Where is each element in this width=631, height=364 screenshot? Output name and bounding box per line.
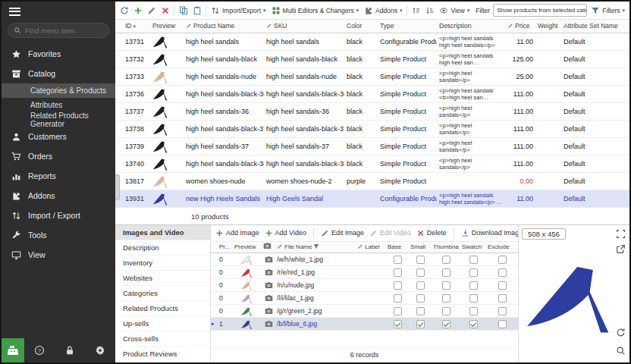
tab-related-products[interactable]: Related Products (115, 301, 210, 316)
settings-gear-icon[interactable] (85, 345, 115, 356)
copy-button[interactable] (177, 4, 190, 17)
base-checkbox[interactable] (394, 256, 402, 264)
tab-product-reviews[interactable]: Product Reviews (115, 347, 210, 362)
column-header-weight[interactable]: Weight (535, 20, 561, 33)
column-header-base[interactable]: Base (386, 242, 409, 253)
swatch-checkbox[interactable] (469, 320, 478, 328)
product-row[interactable]: 13733high heel sandals-nudehigh heel san… (115, 67, 629, 85)
column-header-label[interactable]: Label (356, 242, 386, 253)
exclude-checkbox[interactable] (498, 256, 507, 264)
lock-icon[interactable] (55, 345, 85, 356)
swatch-checkbox[interactable] (469, 256, 478, 264)
product-row[interactable]: 13739high heel sandals-37high heel sanda… (115, 137, 629, 155)
small-checkbox[interactable] (416, 320, 425, 328)
swatch-checkbox[interactable] (469, 268, 478, 277)
edit-image-button[interactable]: Edit Image (321, 229, 364, 237)
tab-categories[interactable]: Categories (115, 286, 210, 301)
column-header-small[interactable]: Small (409, 242, 432, 253)
view-menu[interactable]: View▾ (437, 4, 472, 17)
column-header-file-name[interactable]: File Name (275, 242, 356, 253)
thumbnail-checkbox[interactable] (442, 268, 450, 277)
exclude-checkbox[interactable] (498, 294, 507, 303)
exclude-checkbox[interactable] (498, 268, 507, 277)
column-header-preview[interactable]: Preview (233, 242, 262, 253)
base-checkbox[interactable] (394, 281, 402, 290)
hamburger-menu-icon[interactable] (2, 2, 115, 21)
column-header-camera[interactable] (262, 242, 275, 253)
sidebar-item-import-export[interactable]: Import / Export (2, 206, 115, 225)
base-checkbox[interactable] (394, 294, 402, 303)
exclude-checkbox[interactable] (498, 281, 507, 290)
category-filter-select[interactable]: Show products from selected categories▾ (493, 4, 587, 17)
add-image-button[interactable]: Add Image (215, 229, 259, 237)
import-export-menu[interactable]: Import/Export▾ (209, 4, 268, 17)
column-header-exclude[interactable]: Exclude (486, 242, 518, 253)
small-checkbox[interactable] (416, 268, 425, 277)
sidebar-item-orders[interactable]: Orders (2, 146, 115, 166)
filters-menu[interactable]: Filters▾ (589, 4, 627, 17)
swatch-checkbox[interactable] (469, 281, 478, 290)
rotate-icon[interactable] (614, 326, 626, 338)
column-header-preview[interactable]: Preview (150, 20, 184, 33)
tab-cross-sells[interactable]: Cross-sells (115, 331, 210, 347)
base-checkbox[interactable] (394, 320, 402, 328)
sidebar-item-catalog[interactable]: Catalog (2, 64, 115, 83)
small-checkbox[interactable] (416, 281, 425, 290)
edit-video-button[interactable]: Edit Video (369, 229, 411, 237)
sidebar-item-tools[interactable]: Tools (2, 225, 115, 245)
product-row[interactable]: 13740high heel sandals-black-38high heel… (115, 155, 629, 172)
swatch-checkbox[interactable] (469, 307, 478, 315)
add-video-button[interactable]: Add Video (265, 229, 306, 237)
sidebar-item-view[interactable]: View (2, 245, 115, 265)
edit-product-button[interactable] (145, 4, 158, 17)
product-row[interactable]: 13737high heel sandals-36high heel sanda… (115, 102, 629, 120)
tab-inventory[interactable]: Inventory (115, 256, 210, 271)
column-header-swatch[interactable]: Swatch (460, 242, 486, 253)
column-header-pr[interactable]: Pr... (218, 242, 233, 253)
column-header-description[interactable]: Description (437, 20, 505, 33)
thumbnail-checkbox[interactable] (442, 294, 450, 303)
sort-ascending-button[interactable] (410, 4, 422, 17)
column-header-color[interactable]: Color (344, 20, 378, 33)
exclude-checkbox[interactable] (498, 307, 507, 315)
image-row[interactable]: 0/l/i/lilac_1.jpg (211, 292, 518, 305)
sidebar-item-reports[interactable]: Reports (2, 166, 115, 186)
thumbnail-checkbox[interactable] (442, 307, 450, 315)
sidebar-item-addons[interactable]: Addons (2, 186, 115, 206)
zoom-icon[interactable] (614, 344, 626, 356)
download-image-button[interactable]: Download Image (461, 229, 518, 237)
tab-images-and-video[interactable]: Images and Video (115, 225, 210, 240)
thumbnail-checkbox[interactable] (442, 281, 450, 290)
delete-image-button[interactable]: Delete (416, 229, 447, 237)
image-row[interactable]: 0/n/u/nude.jpg (211, 279, 518, 292)
sidebar-item-related-products-generator[interactable]: Related Products Generator (2, 112, 115, 127)
product-row[interactable]: 13732high heel sandals-blackhigh heel sa… (115, 50, 629, 67)
column-header-id[interactable]: ID▾ (123, 20, 150, 33)
column-header-attribute-set-name[interactable]: Attribute Set Name (561, 20, 629, 33)
fullscreen-icon[interactable] (614, 228, 626, 240)
add-product-button[interactable] (131, 4, 144, 17)
sort-descending-button[interactable] (423, 4, 436, 17)
small-checkbox[interactable] (416, 256, 425, 264)
sidebar-item-favorites[interactable]: Favorites (2, 44, 115, 64)
sidebar-item-categories-products[interactable]: Categories & Products (2, 83, 115, 98)
image-row[interactable]: 0/w/h/white_1.jpg (211, 253, 518, 266)
pos-icon[interactable] (2, 338, 24, 362)
panel-collapse-handle[interactable] (115, 174, 120, 200)
image-row[interactable]: 0/g/r/green_2.jpg (211, 305, 518, 318)
column-header-type[interactable]: Type (378, 20, 437, 33)
image-row[interactable]: ▸1/b/l/blue_6.jpg (211, 318, 518, 331)
product-row[interactable]: 13731high heel sandalshigh heel sandalsb… (115, 33, 629, 50)
swatch-checkbox[interactable] (469, 294, 478, 303)
column-header-thumbna[interactable]: Thumbna (432, 242, 460, 253)
delete-product-button[interactable] (159, 4, 171, 17)
small-checkbox[interactable] (416, 307, 425, 315)
sidebar-item-attributes[interactable]: Attributes (2, 98, 115, 112)
multi-editors-menu[interactable]: Multi Editors & Changers▾ (269, 4, 362, 17)
product-row[interactable]: 13817women shoes-nudewomen shoes-nude-2p… (115, 172, 629, 190)
column-header-price[interactable]: Price (505, 20, 535, 33)
product-row[interactable]: ▸13931new High Heels SandalsHigh Geels S… (115, 190, 629, 207)
tab-up-sells[interactable]: Up-sells (115, 316, 210, 331)
product-row[interactable]: 13736high heel sandals-black-36high heel… (115, 85, 629, 102)
column-header-sku[interactable]: SKU (264, 20, 344, 33)
